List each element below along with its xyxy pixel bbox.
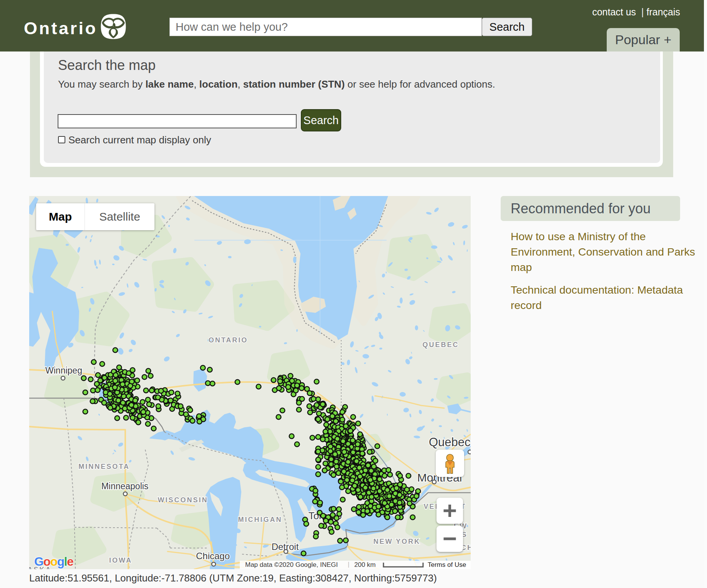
svg-text:QUEBEC: QUEBEC — [422, 341, 459, 349]
svg-text:Quebec: Quebec — [429, 435, 471, 449]
svg-text:ONTARIO: ONTARIO — [209, 336, 248, 344]
svg-text:IOWA: IOWA — [109, 556, 132, 564]
svg-text:Chicago: Chicago — [196, 551, 230, 561]
svg-text:MICHIGAN: MICHIGAN — [238, 516, 282, 523]
svg-text:NEW YORK: NEW YORK — [373, 538, 421, 545]
svg-text:WISCONSIN: WISCONSIN — [158, 496, 208, 504]
svg-text:MINNESOTA: MINNESOTA — [78, 463, 130, 470]
svg-text:Winnipeg: Winnipeg — [45, 365, 82, 375]
svg-text:Minneapolis: Minneapolis — [101, 481, 149, 491]
